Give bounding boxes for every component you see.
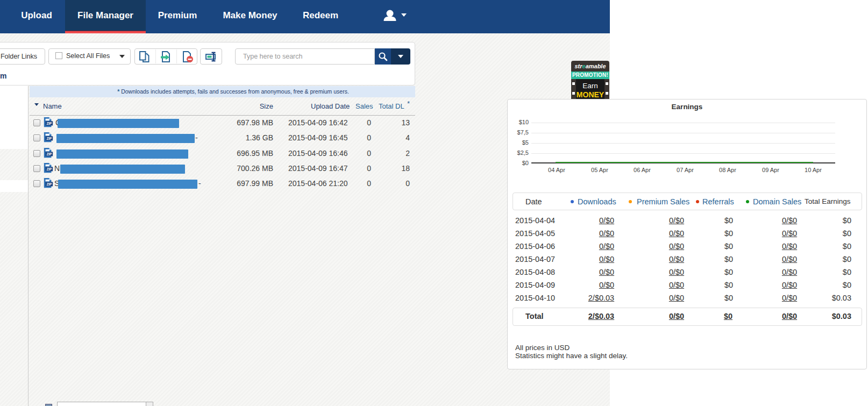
- svg-text:ZIP: ZIP: [46, 122, 52, 125]
- svg-text:ZIP: ZIP: [46, 137, 52, 140]
- svg-text:ZIP: ZIP: [46, 152, 52, 156]
- svg-text:ZIP: ZIP: [46, 167, 52, 171]
- svg-text:ZIP: ZIP: [46, 182, 52, 186]
